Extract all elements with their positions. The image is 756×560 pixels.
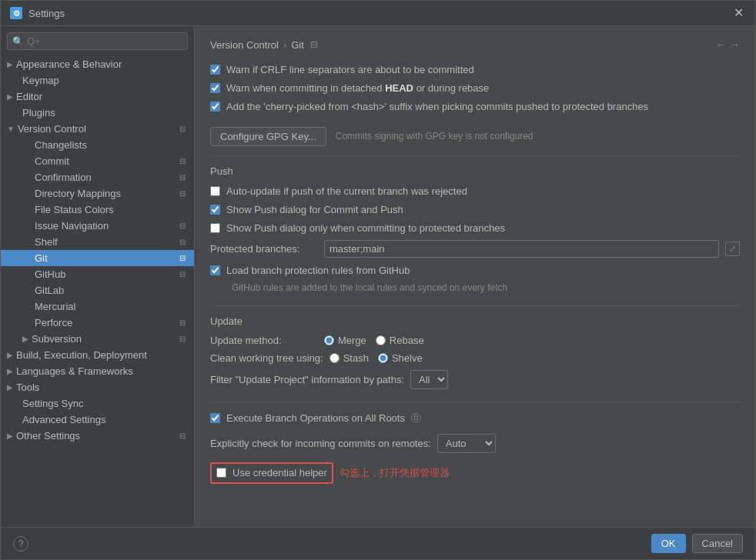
chevron-down-icon: ▼	[7, 125, 15, 133]
chevron-right-icon: ▶	[7, 351, 13, 359]
sidebar-item-label: Mercurial	[35, 301, 75, 312]
sidebar-item-label: Shelf	[35, 236, 58, 248]
sidebar-item-gitlab[interactable]: GitLab	[1, 282, 194, 298]
chevron-right-icon: ▶	[22, 335, 28, 343]
update-method-label: Update method:	[210, 335, 318, 346]
settings-icon: ⊟	[177, 334, 188, 345]
shelve-option[interactable]: Shelve	[378, 352, 423, 364]
expand-button[interactable]: ⤢	[725, 242, 740, 256]
chevron-right-icon: ▶	[7, 432, 13, 440]
cancel-button[interactable]: Cancel	[692, 534, 743, 553]
sidebar-item-build[interactable]: ▶ Build, Execution, Deployment	[1, 347, 194, 363]
sidebar-item-label: GitLab	[35, 285, 64, 296]
protected-branches-label: Protected branches:	[210, 243, 318, 255]
search-input[interactable]	[27, 35, 182, 47]
show-push-protected-row: Show Push dialog only when committing to…	[210, 222, 740, 235]
sidebar-item-confirmation[interactable]: Confirmation ⊟	[1, 169, 194, 185]
sidebar-item-mercurial[interactable]: Mercurial	[1, 298, 194, 315]
shelve-label: Shelve	[392, 352, 423, 364]
sidebar-item-editor[interactable]: ▶ Editor	[1, 88, 194, 105]
filter-dropdown[interactable]: All	[410, 370, 448, 389]
show-push-protected-checkbox[interactable]	[210, 223, 220, 233]
stash-radio[interactable]	[329, 353, 340, 363]
sidebar-item-keymap[interactable]: Keymap	[1, 72, 194, 88]
sidebar-item-label: Directory Mappings	[35, 188, 121, 199]
show-push-dialog-row: Show Push dialog for Commit and Push	[210, 203, 740, 217]
chevron-right-icon: ▶	[7, 367, 13, 375]
sidebar-item-directory-mappings[interactable]: Directory Mappings ⊟	[1, 185, 194, 202]
sidebar-item-version-control[interactable]: ▼ Version Control ⊟	[1, 121, 194, 137]
cherry-picked-checkbox[interactable]	[210, 102, 220, 112]
credential-helper-checkbox[interactable]	[216, 468, 226, 478]
head-bold: HEAD	[385, 82, 413, 94]
sidebar-item-label: Issue Navigation	[35, 220, 109, 232]
sidebar-item-other-settings[interactable]: ▶ Other Settings ⊟	[1, 428, 194, 444]
rebase-radio[interactable]	[376, 335, 386, 345]
merge-option[interactable]: Merge	[324, 335, 366, 346]
search-box[interactable]: 🔍	[7, 32, 188, 50]
stash-option[interactable]: Stash	[329, 352, 369, 364]
sidebar-item-label: Other Settings	[16, 430, 80, 442]
ok-button[interactable]: OK	[651, 534, 686, 553]
back-arrow[interactable]: ←	[715, 38, 726, 51]
content-area: 🔍 ▶ Appearance & Behavior Keymap ▶ Edito…	[1, 26, 755, 527]
protected-branches-input[interactable]	[324, 240, 719, 258]
warn-crlf-checkbox[interactable]	[210, 65, 220, 75]
incoming-label: Explicitly check for incoming commits on…	[210, 438, 431, 449]
sidebar-item-changelists[interactable]: Changelists	[1, 137, 194, 153]
sidebar-item-git[interactable]: Git ⊟	[1, 250, 194, 266]
sidebar-item-label: Keymap	[22, 75, 59, 86]
sidebar: 🔍 ▶ Appearance & Behavior Keymap ▶ Edito…	[1, 26, 195, 527]
shelve-radio[interactable]	[378, 353, 388, 363]
execute-checkbox[interactable]	[210, 413, 220, 423]
main-content: Version Control › Git ⊟ ← → Warn if CRLF…	[195, 26, 755, 527]
merge-label: Merge	[338, 335, 366, 346]
sidebar-item-shelf[interactable]: Shelf ⊟	[1, 234, 194, 250]
merge-radio[interactable]	[324, 335, 334, 345]
sidebar-item-subversion[interactable]: ▶ Subversion ⊟	[1, 331, 194, 347]
git-options-group: Warn if CRLF line separators are about t…	[210, 63, 740, 115]
bottom-actions: OK Cancel	[651, 534, 743, 553]
sidebar-item-commit[interactable]: Commit ⊟	[1, 153, 194, 169]
load-branch-protection-row: Load branch protection rules from GitHub	[210, 264, 740, 278]
sidebar-item-appearance[interactable]: ▶ Appearance & Behavior	[1, 56, 194, 72]
load-branch-protection-checkbox[interactable]	[210, 265, 220, 275]
sidebar-item-advanced-settings[interactable]: Advanced Settings	[1, 412, 194, 428]
credential-helper-highlighted: Use credential helper	[210, 462, 333, 484]
settings-icon: ⊟	[177, 172, 188, 183]
rebase-option[interactable]: Rebase	[376, 335, 424, 346]
show-push-dialog-label: Show Push dialog for Commit and Push	[226, 203, 403, 217]
show-push-protected-label: Show Push dialog only when committing to…	[226, 222, 505, 235]
sidebar-item-settings-sync[interactable]: Settings Sync	[1, 395, 194, 412]
settings-icon: ⊟	[177, 221, 188, 232]
sidebar-item-plugins[interactable]: Plugins	[1, 105, 194, 121]
sidebar-item-file-status-colors[interactable]: File Status Colors	[1, 202, 194, 218]
clean-working-tree-row: Clean working tree using: Stash Shelve	[210, 352, 740, 364]
close-button[interactable]: ✕	[734, 7, 746, 19]
sidebar-item-issue-navigation[interactable]: Issue Navigation ⊟	[1, 218, 194, 234]
bottom-bar: ? OK Cancel	[1, 527, 755, 559]
warn-detached-label: Warn when committing in detached HEAD or…	[226, 82, 489, 95]
warn-detached-checkbox[interactable]	[210, 83, 220, 93]
sidebar-item-tools[interactable]: ▶ Tools	[1, 379, 194, 395]
divider-2	[210, 305, 740, 306]
sidebar-item-perforce[interactable]: Perforce ⊟	[1, 315, 194, 331]
warn-detached-row: Warn when committing in detached HEAD or…	[210, 82, 740, 95]
configure-gpg-button[interactable]: Configure GPG Key...	[210, 127, 326, 146]
chevron-right-icon: ▶	[7, 60, 13, 68]
sidebar-item-github[interactable]: GitHub ⊟	[1, 266, 194, 282]
forward-arrow[interactable]: →	[729, 38, 740, 51]
help-button[interactable]: ?	[13, 536, 28, 552]
sidebar-item-label: Advanced Settings	[22, 414, 105, 425]
settings-icon: ⊟	[177, 253, 188, 264]
protected-branches-row: Protected branches: ⤢	[210, 240, 740, 258]
incoming-dropdown[interactable]: Auto Always Never	[437, 434, 496, 453]
execute-help-icon: ⓪	[411, 412, 421, 424]
breadcrumb: Version Control › Git ⊟ ← →	[210, 38, 740, 51]
sidebar-item-label: Settings Sync	[22, 398, 84, 409]
auto-update-checkbox[interactable]	[210, 186, 220, 196]
breadcrumb-current: Git	[291, 39, 304, 51]
sidebar-item-languages[interactable]: ▶ Languages & Frameworks	[1, 363, 194, 379]
breadcrumb-separator: ›	[283, 39, 286, 51]
show-push-dialog-checkbox[interactable]	[210, 205, 220, 215]
